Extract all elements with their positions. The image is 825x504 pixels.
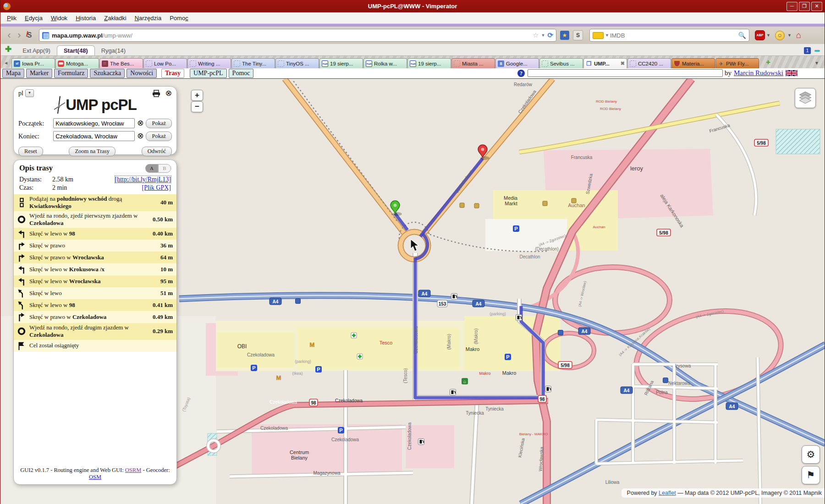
browser-tab-iowa-pr-[interactable]: sfIowa Pr... xyxy=(11,58,55,68)
url-bar[interactable]: mapa.ump.waw.pl/ump-www/ ☆ ▼ ⟳ xyxy=(39,29,556,42)
clear-start-icon[interactable]: ⊗ xyxy=(137,120,143,127)
uk-flag-icon[interactable] xyxy=(786,70,798,77)
route-step[interactable]: Podążaj na południowy wschód drogą Kwiat… xyxy=(14,194,176,211)
clear-end-icon[interactable]: ⊗ xyxy=(137,132,143,140)
forward-button[interactable]: › xyxy=(14,28,24,42)
app-tab-pomoc[interactable]: Pomoc xyxy=(229,69,254,78)
osm-link[interactable]: OSM xyxy=(89,474,101,480)
browser-tab-the-tiny-[interactable]: The Tiny... xyxy=(231,58,275,68)
new-group-icon[interactable]: ✚ xyxy=(0,44,16,55)
show-start-button[interactable]: Pokaż xyxy=(146,119,172,128)
tab-counter-icon[interactable]: 1 xyxy=(804,47,811,54)
back-button[interactable]: ‹ xyxy=(4,28,14,42)
search-engine-dropdown-icon[interactable]: ▼ xyxy=(605,33,609,38)
route-step[interactable]: Wjedź na rondo, zjedź pierwszym zjazdem … xyxy=(14,211,176,228)
new-tab-icon[interactable]: + xyxy=(759,58,774,68)
route-step[interactable]: Skręć w prawo36 m xyxy=(14,240,176,252)
show-end-button[interactable]: Pokaż xyxy=(146,131,172,141)
reset-button[interactable]: Reset xyxy=(18,147,43,156)
app-tab-szukaczka[interactable]: Szukaczka xyxy=(90,69,125,78)
app-tab-trasy[interactable]: Trasy xyxy=(161,69,184,78)
group-dash-icon[interactable] xyxy=(814,50,820,52)
browser-tab-19-sierp-[interactable]: TVP19 sierp... xyxy=(319,58,363,68)
browser-tab-tinyos-[interactable]: TinyOS ... xyxy=(275,58,319,68)
browser-tab-the-bes-[interactable]: ∷The Bes... xyxy=(99,58,143,68)
tab-group-ryga-14-[interactable]: Ryga(14) xyxy=(95,46,132,55)
menu-zakładki[interactable]: Zakładki xyxy=(100,14,130,22)
browser-tab-miasta-[interactable]: Miasta ... xyxy=(451,58,495,68)
browser-tab-pwr-fly-[interactable]: ✈PWr Fly... xyxy=(715,58,759,68)
search-bar[interactable]: ▼ 🔍 xyxy=(589,29,749,42)
site-identity-icon[interactable] xyxy=(42,32,49,39)
app-tab-mapa[interactable]: Mapa xyxy=(2,69,24,78)
minimize-button[interactable]: ─ xyxy=(786,2,798,11)
menu-widok[interactable]: Widok xyxy=(47,14,71,22)
app-tab-formularz[interactable]: Formularz xyxy=(54,69,88,78)
tab-group-start-48-[interactable]: Start(48) xyxy=(57,45,95,55)
scrapbook-icon[interactable]: S xyxy=(573,30,583,40)
app-tab-nowości[interactable]: Nowości xyxy=(126,69,157,78)
search-engine-icon[interactable] xyxy=(593,32,604,39)
short-link[interactable]: [http://bit.ly/RmjL13] xyxy=(115,176,171,183)
zoom-in-button[interactable]: + xyxy=(191,90,203,101)
menu-narzędzia[interactable]: Narzędzia xyxy=(131,14,165,22)
start-input[interactable] xyxy=(53,118,135,128)
menu-historia[interactable]: Historia xyxy=(72,14,99,22)
tab-close-icon[interactable]: ✖ xyxy=(621,60,625,66)
reverse-button[interactable]: Odwróć xyxy=(142,147,172,156)
tab-group-ext-app-9-[interactable]: Ext App(9) xyxy=(16,46,57,55)
search-input[interactable] xyxy=(609,32,738,39)
report-flag-button[interactable]: ⚑ xyxy=(802,466,820,484)
leaflet-link[interactable]: Leaflet xyxy=(659,490,676,496)
zoom-out-button[interactable]: − xyxy=(191,101,203,112)
smiley-dropdown-icon[interactable]: ▼ xyxy=(787,33,792,38)
adblock-icon[interactable]: ABP xyxy=(755,30,765,40)
menu-pomoc[interactable]: Pomoc xyxy=(166,14,192,22)
variant-b-button[interactable]: B xyxy=(158,164,171,173)
route-step[interactable]: Wjedź na rondo, zjedź drugim zjazdem w C… xyxy=(14,323,176,340)
bookmarks-sidebar-icon[interactable]: ★ xyxy=(560,31,569,40)
browser-tab-google-[interactable]: 8Google... xyxy=(495,58,539,68)
route-step[interactable]: Cel został osiągnięty xyxy=(14,340,176,352)
app-search-input[interactable] xyxy=(528,69,723,77)
browser-tab-rolka-w-[interactable]: TVPRolka w... xyxy=(363,58,407,68)
url-dropdown-icon[interactable]: ▼ xyxy=(541,33,545,38)
route-step[interactable]: Skręć w lewo w 980.41 km xyxy=(14,299,176,311)
variant-a-button[interactable]: A xyxy=(145,164,158,173)
reload-icon[interactable]: ⟳ xyxy=(547,31,553,39)
route-step[interactable]: Skręć w lewo w Wrocławska95 m xyxy=(14,275,176,287)
close-panel-icon[interactable]: ⊗ xyxy=(165,90,172,97)
osrm-link[interactable]: OSRM xyxy=(125,467,141,473)
browser-tab-cc2420-[interactable]: CC2420 ... xyxy=(627,58,671,68)
smiley-addon-icon[interactable]: ☺ xyxy=(775,31,785,40)
app-tab-marker[interactable]: Marker xyxy=(26,69,52,78)
route-step[interactable]: Skręć w prawo w Czekoladowa0.49 km xyxy=(14,311,176,323)
search-icon[interactable]: 🔍 xyxy=(738,32,746,39)
list-all-tabs-icon[interactable]: ▼ xyxy=(813,60,825,68)
route-step[interactable]: Skręć w lewo w 980.40 km xyxy=(14,228,176,240)
zoom-route-button[interactable]: Zoom na Trasy xyxy=(69,147,116,156)
browser-tab-ump-[interactable]: ❐UMP...✖ xyxy=(583,58,627,68)
settings-button[interactable]: ⚙ xyxy=(802,445,820,464)
help-icon[interactable]: ? xyxy=(517,70,525,77)
gpx-link[interactable]: [Plik GPX] xyxy=(142,184,171,191)
browser-tab-materia-[interactable]: Materia... xyxy=(671,58,715,68)
home-icon[interactable]: ⌂ xyxy=(796,30,801,40)
browser-tab-writing-[interactable]: Writing ... xyxy=(187,58,231,68)
vimperator-icon[interactable]: S/ xyxy=(24,31,34,39)
end-input[interactable] xyxy=(53,131,135,141)
browser-tab-sevibus-[interactable]: Sevibus ... xyxy=(539,58,583,68)
author-link[interactable]: Marcin Rudowski xyxy=(734,69,783,77)
adblock-dropdown-icon[interactable]: ▼ xyxy=(766,33,770,38)
browser-tab-low-po-[interactable]: Low Po... xyxy=(143,58,187,68)
browser-tab-19-sierp-[interactable]: TVP19 sierp... xyxy=(407,58,451,68)
route-step[interactable]: Skręć w prawo w Wrocławska64 m xyxy=(14,252,176,263)
layers-button[interactable] xyxy=(795,88,816,108)
bookmark-star-icon[interactable]: ☆ xyxy=(533,31,539,39)
browser-tab-motoga-[interactable]: Motoga... xyxy=(55,58,99,68)
route-step[interactable]: Skręć w lewo51 m xyxy=(14,287,176,299)
close-button[interactable]: ✕ xyxy=(811,2,822,11)
print-icon[interactable] xyxy=(152,90,161,97)
scroll-tabs-left-icon[interactable]: ◂ xyxy=(0,60,11,68)
menu-edycja[interactable]: Edycja xyxy=(21,14,46,22)
